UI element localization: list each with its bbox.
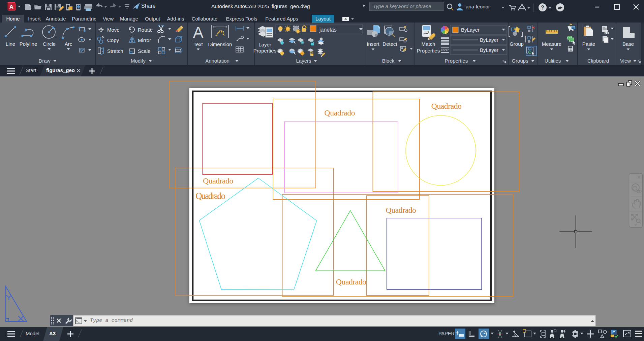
svg-text:Mirror: Mirror [138,37,151,43]
svg-text:Paste: Paste [582,41,595,47]
svg-text:Move: Move [107,27,120,33]
svg-text:Line: Line [6,41,15,47]
svg-text:Quadrado: Quadrado [196,191,226,201]
svg-text:?: ? [541,5,544,10]
svg-text:Annotation: Annotation [205,58,229,64]
svg-text:Match: Match [422,41,435,47]
svg-text:Group: Group [510,41,524,47]
svg-text:2D: 2D [637,189,642,193]
svg-text:A: A [9,4,13,10]
svg-text:Quadrado: Quadrado [431,102,462,110]
svg-text:Stretch: Stretch [107,48,123,54]
svg-text:Circle: Circle [43,41,56,47]
svg-text:Insert: Insert [367,41,379,47]
svg-text:Properties: Properties [253,48,276,54]
svg-text:Properties: Properties [445,58,468,64]
svg-text:Copy: Copy [107,37,119,43]
svg-text:Modify: Modify [131,58,146,64]
svg-text:Groups: Groups [512,58,528,64]
svg-text:Quadrado: Quadrado [203,176,233,185]
svg-text:Text: Text [193,41,203,47]
svg-text:Quadrado: Quadrado [336,277,366,286]
svg-text:ana-leonor: ana-leonor [466,4,490,9]
svg-text:Quadrado: Quadrado [386,206,416,214]
svg-text:Layer: Layer [258,42,271,47]
svg-text:Utilities: Utilities [545,58,561,64]
svg-text:Base: Base [622,41,634,47]
svg-text:Properties: Properties [417,48,440,54]
svg-text:Scale: Scale [138,48,151,54]
svg-text:Detect: Detect [382,41,397,47]
svg-text:ByLayer: ByLayer [480,37,498,43]
svg-text:ByLayer: ByLayer [480,47,498,53]
svg-text:A: A [193,24,204,41]
svg-text:Rotate: Rotate [138,27,153,33]
svg-text:janelas: janelas [319,27,337,33]
svg-text:Draw: Draw [38,58,50,64]
svg-text:View: View [620,58,631,64]
svg-text:Layers: Layers [296,58,311,64]
svg-text:Block: Block [382,58,395,64]
svg-text:Clipboard: Clipboard [587,58,609,64]
svg-text:Arc: Arc [65,41,72,47]
svg-text:Measure: Measure [542,41,561,47]
svg-text:Quadrado: Quadrado [325,108,355,117]
svg-text:ByLayer: ByLayer [461,27,480,33]
svg-text:Polyline: Polyline [20,41,37,47]
svg-text:Dimension: Dimension [208,41,232,47]
